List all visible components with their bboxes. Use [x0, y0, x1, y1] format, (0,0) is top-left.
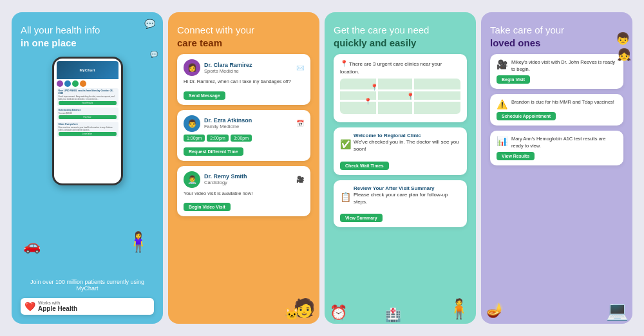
- family-card-2: ⚠️ Brandon is due for his MMR and Tdap v…: [490, 94, 623, 126]
- figure-person-desk: 💻: [606, 300, 629, 321]
- map-pin-1: 📍: [370, 84, 378, 91]
- doc-specialty-3: Cardiology: [204, 180, 247, 185]
- mychart-logo: MyChart: [79, 68, 95, 72]
- family-card-1-row: 🎥 Mikey's video visit with Dr. John Reev…: [497, 59, 617, 73]
- apple-health-bar: ❤️ Works with Apple Health: [21, 298, 154, 315]
- chat-card-2-header: 👨 Dr. Ezra Atkinson Family Medicine 📅: [184, 115, 304, 132]
- figure-car: 🚗: [23, 238, 41, 254]
- chat-card-2: 👨 Dr. Ezra Atkinson Family Medicine 📅 1:…: [177, 110, 310, 161]
- red-cross-icon: 🏥: [385, 307, 401, 322]
- chat-card-1-header: 👩 Dr. Clara Ramirez Sports Medicine ✉️: [184, 59, 304, 76]
- view-summary-btn[interactable]: View Summary: [340, 214, 383, 222]
- doc-name-2: Dr. Ezra Atkinson: [204, 117, 252, 124]
- panel-3-title: Get the care you need quickly and easily: [334, 24, 467, 49]
- time-slot-1[interactable]: 1:00pm: [184, 135, 205, 142]
- map-pin-3: 📍: [364, 98, 372, 105]
- care-card-3: 📋 Review Your After Visit Summary Please…: [334, 180, 467, 227]
- care-card-3-title: Review Your After Visit Summary: [354, 185, 460, 191]
- family-card-3-row: 📊 Mary Ann's Hemoglobin A1C test results…: [497, 136, 617, 149]
- phone-btn-1[interactable]: View Results: [59, 101, 117, 105]
- family-card-1-text: Mikey's video visit with Dr. John Reeves…: [511, 59, 617, 73]
- panel-2-title: Connect with your care team: [177, 24, 310, 49]
- avatar-1: 👩: [184, 59, 200, 76]
- avatar-2: 👨: [184, 115, 200, 132]
- begin-visit-btn[interactable]: Begin Visit: [497, 75, 530, 84]
- care-card-1: 📍 There are 3 urgent care clinics near y…: [334, 54, 467, 122]
- chat-msg-1: Hi Dr. Ramirez, when can I take my banda…: [184, 79, 304, 86]
- phone-mockup: MyChart New LIPID PANEL results from Mon…: [52, 57, 123, 185]
- figure-kid-1: 👦: [616, 32, 630, 46]
- calendar-icon: 📅: [296, 120, 304, 127]
- phone-container: MyChart New LIPID PANEL results from Mon…: [21, 54, 154, 279]
- view-results-btn[interactable]: View Results: [497, 152, 535, 160]
- chat-msg-3: Your video visit is available now!: [184, 191, 304, 198]
- phone-btn-3[interactable]: Learn More: [59, 132, 117, 136]
- avatar-3: 👨‍⚕️: [184, 171, 200, 188]
- care-card-2-title: Welcome to Regional Clinic: [354, 133, 460, 138]
- chat-card-1: 👩 Dr. Clara Ramirez Sports Medicine ✉️ H…: [177, 54, 310, 105]
- phone-row-2: Outstanding Balance You owe $69.00 Pay N…: [57, 107, 118, 120]
- time-slots: 1:00pm 2:00pm 3:00pm: [184, 135, 304, 142]
- main-container: All your health info in one place 💬 💬 My…: [6, 7, 638, 329]
- works-with-label: Works with: [38, 301, 77, 305]
- chat-bubble-icon-1: 💬: [144, 19, 155, 29]
- phone-header: MyChart: [57, 61, 118, 79]
- results-icon-family: 📊: [497, 136, 507, 146]
- doc-name-1: Dr. Clara Ramirez: [204, 62, 252, 68]
- panel-4: Take care of your loved ones 🎥 Mikey's v…: [481, 12, 632, 324]
- panel-1-title: All your health info in one place: [21, 24, 154, 49]
- time-slot-3[interactable]: 3:00pm: [231, 135, 252, 142]
- doc-name-3: Dr. Remy Smith: [204, 173, 247, 180]
- vaccine-icon-family: ⚠️: [497, 99, 507, 109]
- care-card-2: ✅ Welcome to Regional Clinic We've check…: [334, 127, 467, 174]
- phone-row-3: Share Everywhere Give one-time access to…: [57, 122, 118, 137]
- family-card-1: 🎥 Mikey's video visit with Dr. John Reev…: [490, 54, 623, 89]
- time-slot-2[interactable]: 2:00pm: [207, 135, 228, 142]
- family-card-3: 📊 Mary Ann's Hemoglobin A1C test results…: [490, 131, 623, 165]
- join-text: Join over 100 million patients currently…: [21, 279, 154, 292]
- doc-specialty-1: Sports Medicine: [204, 68, 252, 74]
- panel-3: Get the care you need quickly and easily…: [325, 12, 476, 324]
- location-icon: 📍: [340, 60, 348, 67]
- figure-clock: ⏰: [330, 304, 347, 321]
- figure-lamp: 🪔: [486, 302, 504, 319]
- heart-icon: ❤️: [24, 301, 35, 312]
- video-icon-family: 🎥: [497, 59, 507, 70]
- phone-row-1: New LIPID PANEL results from Monday Octo…: [57, 88, 118, 106]
- family-card-2-text: Brandon is due for his MMR and Tdap vacc…: [511, 99, 614, 106]
- figure-person-3: 🧍: [447, 297, 471, 320]
- map-placeholder: 📍 📍 📍: [340, 79, 460, 114]
- phone-btn-2[interactable]: Pay Now: [59, 115, 117, 119]
- summary-icon: 📋: [340, 192, 351, 202]
- check-wait-times-btn[interactable]: Check Wait Times: [340, 162, 389, 170]
- care-card-1-text: 📍 There are 3 urgent care clinics near y…: [340, 59, 460, 75]
- chat-cards: 👩 Dr. Clara Ramirez Sports Medicine ✉️ H…: [177, 54, 310, 315]
- figure-person-1: 🧍‍♀️: [126, 230, 150, 253]
- care-cards: 📍 There are 3 urgent care clinics near y…: [334, 54, 467, 315]
- chat-card-3-header: 👨‍⚕️ Dr. Remy Smith Cardiology 🎥: [184, 171, 304, 188]
- checkin-icon: ✅: [340, 139, 351, 149]
- family-card-2-row: ⚠️ Brandon is due for his MMR and Tdap v…: [497, 99, 617, 109]
- care-card-2-text: We've checked you in. The doctor will se…: [354, 138, 460, 153]
- begin-video-btn[interactable]: Begin Video Visit: [184, 203, 231, 211]
- request-time-btn[interactable]: Request Different Time: [184, 147, 243, 156]
- doc-specialty-2: Family Medicine: [204, 124, 252, 129]
- video-icon: 🎥: [296, 176, 304, 183]
- schedule-appointment-btn[interactable]: Schedule Appointment: [497, 112, 556, 120]
- panel-2: Connect with your care team 👩 Dr. Clara …: [168, 12, 319, 324]
- map-pin-2: 📍: [406, 93, 414, 100]
- panel-1: All your health info in one place 💬 💬 My…: [12, 12, 163, 324]
- figure-kid-2: 👧: [617, 48, 631, 62]
- panel-4-title: Take care of your loved ones: [490, 24, 623, 49]
- send-message-btn[interactable]: Send Message: [184, 91, 225, 100]
- apple-health-label: Apple Health: [38, 305, 77, 312]
- care-card-3-text: Please check your care plan for follow-u…: [354, 191, 460, 205]
- family-cards: 🎥 Mikey's video visit with Dr. John Reev…: [490, 54, 623, 315]
- phone-screen: MyChart New LIPID PANEL results from Mon…: [54, 59, 121, 183]
- figure-cat: 🐱: [285, 307, 299, 321]
- family-card-3-text: Mary Ann's Hemoglobin A1C test results a…: [511, 136, 617, 149]
- envelope-icon-1: ✉️: [296, 64, 304, 71]
- chat-card-3: 👨‍⚕️ Dr. Remy Smith Cardiology 🎥 Your vi…: [177, 166, 310, 217]
